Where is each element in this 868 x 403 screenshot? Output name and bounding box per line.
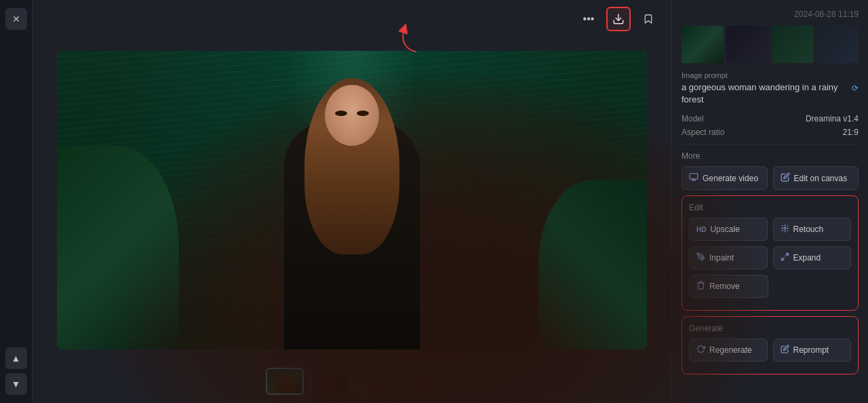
right-panel: 2024-08-28 11:19 Image prompt a gorgeous… [671, 0, 868, 403]
panel-thumb-4[interactable] [816, 26, 859, 63]
panel-image-strip [682, 26, 859, 63]
arrow-indicator [383, 19, 424, 62]
